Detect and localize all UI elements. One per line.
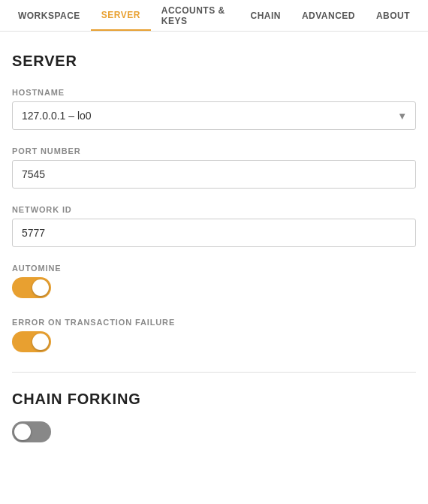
port-label: PORT NUMBER <box>12 146 416 155</box>
nav-label-chain: CHAIN <box>251 11 281 21</box>
nav-label-workspace: WORKSPACE <box>18 11 80 21</box>
nav-label-advanced: ADVANCED <box>302 11 355 21</box>
port-field-group: PORT NUMBER <box>12 146 416 189</box>
nav-label-server: SERVER <box>101 10 140 20</box>
network-id-input[interactable] <box>12 219 416 247</box>
hostname-field-group: HOSTNAME 127.0.0.1 – lo0 ▼ <box>12 88 416 130</box>
error-on-txfailure-toggle[interactable] <box>12 331 51 352</box>
automine-field-group: AUTOMINE <box>12 264 416 301</box>
automine-toggle-wrapper <box>12 277 51 298</box>
error-on-txfailure-toggle-wrapper <box>12 331 51 352</box>
chain-forking-field-group <box>12 421 416 445</box>
port-input[interactable] <box>12 160 416 189</box>
hostname-label: HOSTNAME <box>12 88 416 97</box>
error-on-txfailure-field-group: ERROR ON TRANSACTION FAILURE <box>12 318 416 355</box>
automine-thumb <box>32 279 49 296</box>
automine-label: AUTOMINE <box>12 264 416 273</box>
network-id-label: NETWORK ID <box>12 205 416 214</box>
nav-item-chain[interactable]: CHAIN <box>240 0 291 31</box>
nav-label-accounts-keys: ACCOUNTS & KEYS <box>161 5 230 26</box>
chain-forking-thumb <box>14 424 31 440</box>
section-divider <box>12 372 416 373</box>
server-section-title: SERVER <box>12 53 416 70</box>
hostname-select[interactable]: 127.0.0.1 – lo0 <box>12 101 416 130</box>
nav-bar: WORKSPACE SERVER ACCOUNTS & KEYS CHAIN A… <box>0 0 428 32</box>
network-id-field-group: NETWORK ID <box>12 205 416 247</box>
chain-forking-toggle-wrapper <box>12 421 51 442</box>
nav-item-server[interactable]: SERVER <box>91 0 151 31</box>
error-on-txfailure-label: ERROR ON TRANSACTION FAILURE <box>12 318 416 327</box>
nav-item-workspace[interactable]: WORKSPACE <box>8 0 91 31</box>
nav-item-advanced[interactable]: ADVANCED <box>291 0 366 31</box>
error-on-txfailure-thumb <box>32 333 49 350</box>
main-content: SERVER HOSTNAME 127.0.0.1 – lo0 ▼ PORT N… <box>0 32 428 483</box>
chain-forking-title: CHAIN FORKING <box>12 391 416 408</box>
chain-forking-toggle[interactable] <box>12 421 51 442</box>
nav-label-about: ABOUT <box>376 11 410 21</box>
automine-toggle[interactable] <box>12 277 51 298</box>
hostname-select-wrapper: 127.0.0.1 – lo0 ▼ <box>12 101 416 130</box>
nav-item-accounts-keys[interactable]: ACCOUNTS & KEYS <box>151 0 240 31</box>
nav-item-about[interactable]: ABOUT <box>366 0 420 31</box>
